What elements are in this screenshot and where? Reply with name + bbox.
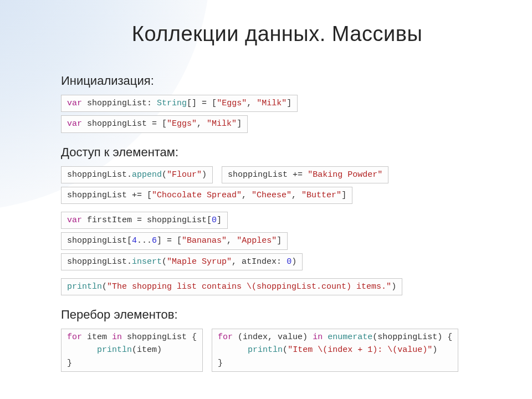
code-first-item: var firstItem = shoppingList[0] (61, 212, 228, 229)
code-row-access-5: shoppingList.insert("Maple Syrup", atInd… (61, 253, 493, 270)
section-access: Доступ к элементам: (61, 145, 493, 160)
code-for-simple: for item in shoppingList { println(item)… (61, 329, 203, 372)
code-append: shoppingList.append("Flour") (61, 166, 213, 183)
code-row-access-3: var firstItem = shoppingList[0] (61, 212, 493, 229)
code-row-iterate: for item in shoppingList { println(item)… (61, 329, 493, 372)
code-plus-single: shoppingList += "Baking Powder" (222, 166, 388, 183)
code-row-access-1: shoppingList.append("Flour") shoppingLis… (61, 166, 493, 183)
slide-title: Коллекции данных. Массивы (61, 22, 493, 46)
code-insert: shoppingList.insert("Maple Syrup", atInd… (61, 253, 303, 270)
code-row-init-2: var shoppingList = ["Eggs", "Milk"] (61, 115, 493, 132)
code-init-inferred: var shoppingList = ["Eggs", "Milk"] (61, 115, 248, 132)
code-row-access-2: shoppingList += ["Chocolate Spread", "Ch… (61, 187, 493, 204)
section-iterate: Перебор элементов: (61, 308, 493, 322)
code-row-access-6: println("The shopping list contains \(sh… (61, 278, 493, 295)
code-for-enumerate: for (index, value) in enumerate(shopping… (212, 329, 458, 372)
section-init: Инициализация: (61, 74, 493, 88)
code-range-replace: shoppingList[4...6] = ["Bananas", "Apple… (61, 232, 288, 249)
slide: Коллекции данных. Массивы Инициализация:… (0, 0, 532, 399)
code-println-count: println("The shopping list contains \(sh… (61, 278, 402, 295)
code-plus-array: shoppingList += ["Chocolate Spread", "Ch… (61, 187, 352, 204)
code-init-typed: var shoppingList: String[] = ["Eggs", "M… (61, 95, 298, 112)
code-row-init-1: var shoppingList: String[] = ["Eggs", "M… (61, 95, 493, 112)
code-row-access-4: shoppingList[4...6] = ["Bananas", "Apple… (61, 232, 493, 249)
